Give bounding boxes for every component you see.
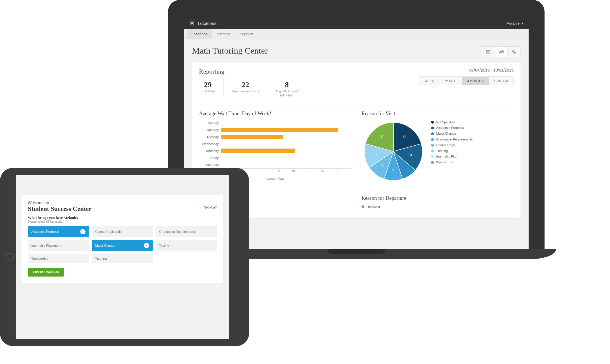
stat-label: Avg. Wait Time* xyxy=(275,89,298,93)
range-tab-custom[interactable]: CUSTOM xyxy=(489,77,513,85)
legend-label: Course Regis… xyxy=(436,142,459,148)
not-you-link[interactable]: Not You? xyxy=(204,206,217,209)
bar-category-label: Tuesday xyxy=(199,135,221,139)
sub-nav: Locations Settings Support xyxy=(184,29,529,39)
svg-rect-13 xyxy=(487,50,490,53)
chevron-down-icon: ▾ xyxy=(521,21,523,25)
legend-label: Tutoring xyxy=(436,148,448,154)
legend-label: Want to Tran… xyxy=(436,160,458,165)
legend-swatch-icon xyxy=(431,149,434,152)
tablet-device: Welcome to Student Success Center Not Yo… xyxy=(0,168,249,346)
reason-label: Major Change xyxy=(95,244,115,247)
legend-label: Major Change xyxy=(436,131,456,137)
reason-label: Tutoring xyxy=(95,257,107,260)
range-tab-3months[interactable]: 3 MONTHS xyxy=(462,77,489,85)
check-icon: ✓ xyxy=(144,243,149,248)
bar-row: Sunday xyxy=(199,120,351,127)
subnav-support[interactable]: Support xyxy=(235,29,258,39)
reason-option[interactable]: Transferring xyxy=(28,254,89,263)
bar-row: Saturday xyxy=(199,161,351,168)
range-tab-label: CUSTOM xyxy=(494,79,508,83)
legend-item: Tutoring xyxy=(431,148,473,154)
pie-slice-label: 12 xyxy=(402,135,406,139)
reporting-title: Reporting xyxy=(199,68,306,75)
finish-checkin-button[interactable]: Finish Check-in xyxy=(28,268,64,277)
reason-option[interactable]: Graduation Requirements xyxy=(156,226,217,237)
chart-view-icon[interactable] xyxy=(495,47,507,57)
bar-category-label: Sunday xyxy=(199,121,221,125)
tablet-viewport: Welcome to Student Success Center Not Yo… xyxy=(16,175,229,339)
legend-swatch-icon xyxy=(431,144,434,147)
range-tab-month[interactable]: MONTH xyxy=(439,77,461,85)
pie-chart-column: Reason for Visit 129566812 Not Specified… xyxy=(361,111,514,183)
check-icon: ✓ xyxy=(80,229,85,234)
reason-label: Graduation Requirements xyxy=(159,230,196,233)
subnav-label: Support xyxy=(240,32,253,36)
reason-option[interactable]: Testing xyxy=(156,240,217,251)
settings-icon[interactable] xyxy=(507,47,520,57)
range-tabs: WEEK MONTH 3 MONTHS CUSTOM xyxy=(419,76,514,85)
stat-value: 8 xyxy=(275,81,298,89)
bar-track xyxy=(221,127,351,133)
stat-value: 29 xyxy=(200,81,215,89)
reason-option[interactable]: Major Change✓ xyxy=(92,240,153,251)
bar-category-label: Saturday xyxy=(199,163,221,167)
reason-option[interactable]: Course Registration xyxy=(92,226,153,237)
charts-row: Average Wait Time: Day of Week* SundayMo… xyxy=(199,105,514,183)
pie-slice-label: 6 xyxy=(381,164,383,168)
reason-option[interactable]: Tutoring xyxy=(92,254,153,263)
location-name: Student Success Center xyxy=(28,205,217,213)
brand-logo-icon xyxy=(189,20,195,26)
user-menu[interactable]: Melanie ▾ xyxy=(506,21,523,25)
subnav-locations[interactable]: Locations xyxy=(187,29,212,39)
bar-row: Wednesday xyxy=(199,140,351,147)
reason-label: Transferring xyxy=(31,257,48,260)
stat-label: Unprocessed Visits xyxy=(232,89,259,93)
user-name: Melanie xyxy=(506,21,520,25)
pie-slice-label: 12 xyxy=(381,135,384,139)
legend-label: Graduation Requirements xyxy=(436,137,473,142)
axis-tick-label: 10 xyxy=(292,169,295,173)
legend-swatch-icon xyxy=(361,205,364,208)
axis-tick-label: 16 xyxy=(335,169,338,173)
stat-value: 22 xyxy=(232,81,259,89)
bar-row: Friday xyxy=(199,154,351,161)
subnav-settings[interactable]: Settings xyxy=(212,29,235,39)
bar-category-label: Friday xyxy=(199,156,221,160)
legend-item: Course Regis… xyxy=(431,142,473,148)
axis-tick-label: 8 xyxy=(278,169,280,173)
legend-swatch-icon xyxy=(431,121,434,124)
legend-item: Academic Progress xyxy=(431,125,473,131)
bar-chart-title: Average Wait Time: Day of Week* xyxy=(199,111,351,117)
view-toolbar xyxy=(482,46,520,57)
legend-item: Not Specified xyxy=(431,120,473,125)
bar-row: Tuesday xyxy=(199,133,351,140)
legend-item: Major Change xyxy=(431,131,473,137)
legend-swatch-icon xyxy=(431,127,434,129)
legend-item: Received xyxy=(361,204,514,210)
legend-item: Want to Tran… xyxy=(431,160,473,165)
axis-tick-label: 12 xyxy=(306,169,309,173)
checkin-subtext: Please select all that apply. xyxy=(28,220,217,223)
bar-track xyxy=(221,154,351,161)
legend-item: Internship Pl… xyxy=(431,154,473,160)
welcome-prefix: Welcome to xyxy=(28,200,217,205)
reason-option[interactable]: Internship Placement xyxy=(28,240,89,251)
legend-item: Graduation Requirements xyxy=(431,137,473,142)
bar-category-label: Monday xyxy=(199,128,221,132)
range-tab-week[interactable]: WEEK xyxy=(419,77,439,85)
checkin-card: Welcome to Student Success Center Not Yo… xyxy=(21,195,223,283)
bar-category-label: Wednesday xyxy=(199,142,221,146)
bar-track xyxy=(221,140,351,147)
legend-swatch-icon xyxy=(431,161,434,164)
legend-label: Internship Pl… xyxy=(436,154,457,160)
legend-swatch-icon xyxy=(431,132,434,135)
pie-chart: 129566812 xyxy=(361,120,425,183)
pie-slice-label: 6 xyxy=(392,167,395,171)
date-range: 07/04/2015 - 10/01/2015 xyxy=(419,68,514,72)
list-view-icon[interactable] xyxy=(482,47,495,57)
reason-grid: Academic Progress✓Course RegistrationGra… xyxy=(28,226,217,263)
reason-option[interactable]: Academic Progress✓ xyxy=(28,226,89,237)
reason-label: Academic Progress xyxy=(31,230,59,233)
bar-row: Thursday xyxy=(199,147,351,154)
